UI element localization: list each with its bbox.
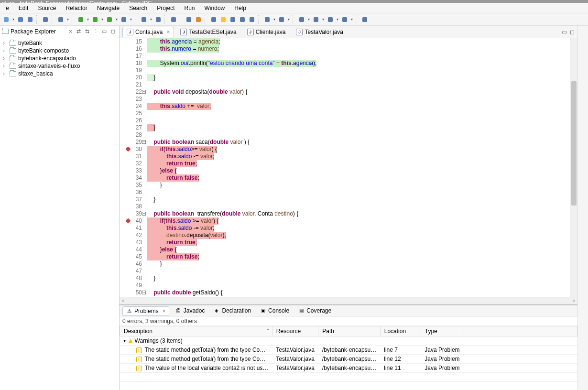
code-line-29[interactable]: public boolean saca(double valor ) { xyxy=(145,139,570,146)
toggle-icon[interactable] xyxy=(209,15,218,24)
run-icon[interactable] xyxy=(91,15,99,24)
breakpoint-icon[interactable] xyxy=(125,218,131,223)
new-icon[interactable] xyxy=(2,15,11,24)
problems-table[interactable]: DescriptionResourcePathLocationType ▸War… xyxy=(120,326,577,390)
line-number[interactable]: 25 xyxy=(125,110,142,117)
annot-prev-icon[interactable] xyxy=(263,15,272,24)
column-type[interactable]: Type xyxy=(421,326,464,336)
close-icon[interactable]: × xyxy=(166,29,170,35)
line-number[interactable]: 20 xyxy=(125,74,142,81)
ext-tools-icon[interactable] xyxy=(120,15,128,24)
problem-row[interactable]: !The value of the local variable conta2 … xyxy=(120,364,577,373)
tab-Conta.java[interactable]: JConta.java× xyxy=(122,27,174,37)
line-number[interactable]: 42 xyxy=(125,232,142,239)
skip-bp-icon[interactable] xyxy=(56,15,65,24)
save-icon[interactable] xyxy=(16,15,25,24)
code-line-47[interactable] xyxy=(145,268,570,275)
code-line-42[interactable]: destino.deposita(valor); xyxy=(145,232,570,239)
annot-prev-dropdown[interactable]: ▾ xyxy=(272,17,276,22)
menu-window[interactable]: Window xyxy=(201,4,229,12)
tab-Cliente.java[interactable]: JCliente.java xyxy=(243,27,290,37)
link-editor-icon[interactable]: ⇆ xyxy=(83,27,91,36)
back2-icon[interactable] xyxy=(326,15,335,24)
pin-icon[interactable] xyxy=(360,15,369,24)
column-path[interactable]: Path xyxy=(318,326,380,336)
line-number[interactable]: 19 xyxy=(125,67,142,74)
code-line-43[interactable]: return true; xyxy=(145,239,570,246)
menu-run[interactable]: Run xyxy=(181,4,199,12)
block-icon[interactable] xyxy=(229,15,237,24)
fwd2-dropdown[interactable]: ▾ xyxy=(350,17,354,22)
line-number[interactable]: 45 xyxy=(125,253,142,260)
code-line-33[interactable]: }else { xyxy=(145,167,570,174)
column-location[interactable]: Location xyxy=(380,326,421,336)
line-number[interactable]: 22− xyxy=(125,88,142,96)
code-line-25[interactable] xyxy=(145,110,570,117)
menu-source[interactable]: Source xyxy=(34,4,60,12)
line-number[interactable]: 23 xyxy=(125,96,142,103)
new-class-icon[interactable] xyxy=(154,15,163,24)
line-number[interactable]: 21 xyxy=(125,81,142,88)
problem-row[interactable]: !The static method getTotal() from the t… xyxy=(120,346,577,355)
code-line-48[interactable]: } xyxy=(145,275,570,282)
line-number[interactable]: 47 xyxy=(125,268,142,275)
line-number[interactable]: 17 xyxy=(125,53,142,60)
back-dropdown[interactable]: ▾ xyxy=(307,17,311,22)
code-line-26[interactable] xyxy=(145,117,570,124)
menu-search[interactable]: Search xyxy=(125,4,151,12)
line-number[interactable]: 26 xyxy=(125,117,142,124)
skip-bp-dropdown[interactable]: ▾ xyxy=(66,17,70,22)
line-gutter[interactable]: 1516171819202122−23242526272829−30313233… xyxy=(125,38,145,297)
code-line-23[interactable] xyxy=(145,96,570,103)
tab-TestaValor.java[interactable]: JTestaValor.java xyxy=(292,27,348,37)
fwd-icon[interactable] xyxy=(312,15,320,24)
line-number[interactable]: 31 xyxy=(125,153,142,160)
code-line-22[interactable]: public void deposita(double valor) { xyxy=(145,88,570,96)
line-number[interactable]: 40 xyxy=(125,217,142,225)
pilcrow-icon[interactable] xyxy=(248,15,256,24)
menu-edit[interactable]: Edit xyxy=(15,4,33,12)
column-resource[interactable]: Resource xyxy=(272,326,318,336)
code-line-50[interactable]: public double getSaldo() { xyxy=(145,289,570,296)
fwd2-icon[interactable] xyxy=(340,15,349,24)
menu-help[interactable]: Help xyxy=(230,4,250,12)
code-line-34[interactable]: return false; xyxy=(145,174,570,182)
project-tree[interactable]: ›byteBank›byteBank-composto›bytebank-enc… xyxy=(0,37,119,79)
back-icon[interactable] xyxy=(297,15,306,24)
vertical-scrollbar[interactable] xyxy=(570,38,577,297)
bottom-tab-declaration[interactable]: ◈Declaration xyxy=(210,306,254,316)
scroll-left-icon[interactable]: ‹ xyxy=(120,297,127,304)
line-number[interactable]: 30 xyxy=(125,146,142,153)
run-dropdown[interactable]: ▾ xyxy=(100,17,104,22)
line-number[interactable]: 27 xyxy=(125,124,142,131)
line-number[interactable]: 46 xyxy=(125,260,142,268)
project-byteBank-composto[interactable]: ›byteBank-composto xyxy=(2,47,117,54)
code-line-18[interactable]: System.out.println("estou criando uma co… xyxy=(145,60,570,67)
debug-icon[interactable] xyxy=(76,15,85,24)
code-line-32[interactable]: return true; xyxy=(145,160,570,167)
code-line-45[interactable]: return false; xyxy=(145,253,570,260)
code-line-17[interactable] xyxy=(145,53,570,60)
highlight-icon[interactable] xyxy=(219,15,228,24)
line-number[interactable]: 50− xyxy=(125,289,142,296)
code-line-27[interactable]: } xyxy=(145,124,570,131)
minimize-icon[interactable]: ▭ xyxy=(562,29,567,35)
view-menu-icon[interactable]: ⋮ xyxy=(91,27,100,36)
bottom-tab-coverage[interactable]: ▤Coverage xyxy=(295,306,334,316)
code-line-36[interactable] xyxy=(145,189,570,196)
code-line-44[interactable]: }else { xyxy=(145,246,570,253)
coverage-icon[interactable] xyxy=(105,15,114,24)
scroll-right-icon[interactable]: › xyxy=(570,297,577,304)
code-line-16[interactable]: this.numero = numero; xyxy=(145,45,570,53)
menu-project[interactable]: Project xyxy=(153,4,178,12)
menu-refactor[interactable]: Refactor xyxy=(62,4,91,12)
menu-e[interactable]: e xyxy=(2,4,13,12)
problem-row[interactable]: !The static method getTotal() from the t… xyxy=(120,355,577,364)
line-number[interactable]: 16 xyxy=(125,45,142,53)
code-line-19[interactable] xyxy=(145,67,570,74)
project-byteBank[interactable]: ›byteBank xyxy=(2,39,117,47)
line-number[interactable]: 36 xyxy=(125,189,142,196)
code-line-31[interactable]: this.saldo -= valor; xyxy=(145,153,570,160)
annot-next-icon[interactable] xyxy=(277,15,286,24)
code-line-15[interactable]: this.agencia = agencia; xyxy=(145,38,570,45)
